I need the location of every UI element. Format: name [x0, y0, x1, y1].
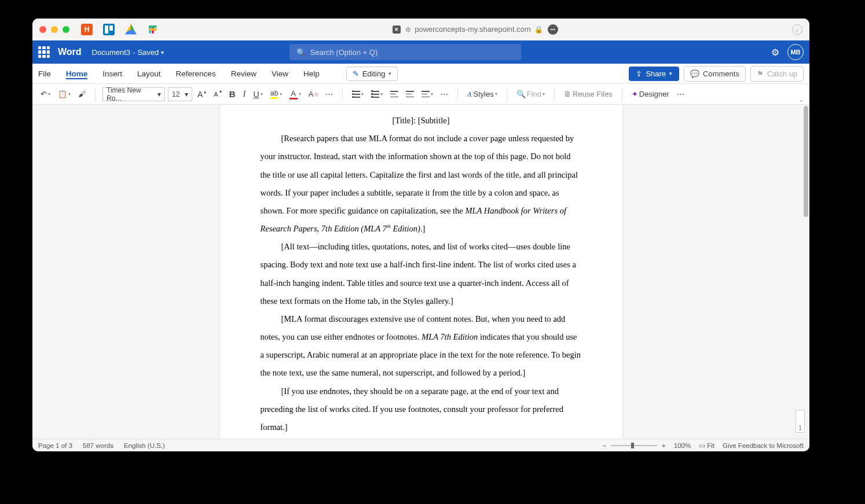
document-title[interactable]: Document3 - Saved ▾	[92, 48, 164, 57]
tab-layout[interactable]: Layout	[137, 68, 161, 79]
comments-button[interactable]: 💬 Comments	[684, 66, 746, 82]
app-name: Word	[58, 47, 82, 57]
collapse-ribbon-icon[interactable]: ⌄	[799, 97, 804, 103]
doc-title-line: [Title]: [Subtitle]	[261, 112, 582, 130]
styles-button[interactable]: 𝐴 Styles▾	[465, 88, 499, 101]
feedback-link[interactable]: Give Feedback to Microsoft	[723, 442, 804, 449]
styles-icon: 𝐴	[467, 90, 472, 99]
site-info-icon: ⊕	[405, 25, 411, 34]
bold-button[interactable]: B	[227, 87, 238, 101]
share-button[interactable]: ⇪ Share ▾	[629, 67, 679, 81]
address-bar[interactable]: ✕ ⊕ powerconcepts-my.sharepoint.com 🔒 ••…	[163, 24, 787, 35]
catch-up-button[interactable]: ⚑ Catch up	[750, 66, 804, 82]
doc-paragraph: [If you use endnotes, they should be on …	[261, 382, 582, 437]
settings-icon[interactable]: ⚙	[771, 47, 779, 58]
downloads-icon[interactable]: ↓	[792, 24, 802, 35]
highlight-button[interactable]: ab▾	[268, 87, 284, 101]
zoom-level[interactable]: 100%	[674, 442, 691, 449]
font-size-select[interactable]: 12▾	[168, 87, 192, 101]
font-color-button[interactable]: A▾	[287, 87, 303, 101]
document-canvas: [Title]: [Subtitle] [Research papers tha…	[32, 105, 809, 439]
reuse-files-button[interactable]: 🗎 Reuse Files	[562, 88, 615, 100]
tab-file[interactable]: File	[38, 68, 51, 79]
italic-button[interactable]: I	[241, 87, 248, 101]
share-icon: ⇪	[636, 69, 642, 78]
grow-font-button[interactable]: A▴	[195, 88, 208, 101]
search-input[interactable]: 🔍 Search (Option + Q)	[289, 44, 521, 60]
pen-icon: ✎	[353, 69, 359, 78]
chevron-down-icon: ▾	[669, 71, 672, 76]
site-menu-icon[interactable]: •••	[548, 24, 558, 35]
increase-indent-button[interactable]	[404, 89, 416, 99]
doc-paragraph: [MLA format discourages extensive use of…	[261, 310, 582, 382]
tab-home[interactable]: Home	[66, 68, 88, 79]
find-button[interactable]: 🔍 Find▾	[514, 88, 547, 100]
designer-icon: ✦	[632, 90, 638, 98]
number-list-button[interactable]: ▾	[369, 89, 385, 100]
user-avatar[interactable]: MB	[787, 44, 804, 60]
chevron-down-icon: ▾	[388, 71, 391, 76]
browser-chrome: H ✕ ⊕ powerconcepts-my.sharepoint.com 🔒 …	[32, 19, 809, 41]
window-controls	[39, 26, 69, 33]
ribbon-tabs: File Home Insert Layout References Revie…	[32, 64, 809, 84]
ribbon-toolbar: ↶▾ 📋▾ 🖌 Times New Ro…▾ 12▾ A▴ A▾ B I U▾ …	[32, 84, 809, 105]
font-family-select[interactable]: Times New Ro…▾	[102, 87, 165, 101]
extension-trello-icon[interactable]	[103, 24, 115, 35]
doc-paragraph: [Research papers that use MLA format do …	[261, 130, 582, 238]
file-icon: 🗎	[564, 90, 571, 98]
align-button[interactable]: ▾	[419, 89, 435, 99]
zoom-in-icon[interactable]: +	[662, 442, 666, 449]
close-window[interactable]	[39, 26, 46, 33]
search-icon: 🔍	[516, 90, 526, 98]
scrollbar-thumb[interactable]	[804, 106, 808, 217]
word-count[interactable]: 587 words	[83, 442, 113, 449]
zoom-out-icon[interactable]: −	[602, 442, 606, 449]
bullet-list-button[interactable]: ▾	[350, 89, 366, 100]
underline-button[interactable]: U▾	[251, 88, 265, 101]
fit-button[interactable]: ▭Fit	[699, 442, 714, 450]
designer-button[interactable]: ✦ Designer	[629, 88, 672, 100]
tab-review[interactable]: Review	[231, 68, 256, 79]
comment-icon: 💬	[690, 69, 699, 78]
doc-paragraph: [All text—including titles, quotations, …	[261, 238, 582, 310]
minimize-window[interactable]	[51, 26, 58, 33]
decrease-indent-button[interactable]	[388, 89, 401, 99]
shrink-font-button[interactable]: A▾	[211, 89, 223, 100]
more-font-button[interactable]: ⋯	[323, 88, 335, 100]
extension-drive-icon[interactable]	[125, 24, 137, 35]
tab-help[interactable]: Help	[303, 68, 320, 79]
paste-button[interactable]: 📋▾	[56, 88, 73, 100]
extension-h-icon[interactable]: H	[81, 24, 93, 35]
url-text: powerconcepts-my.sharepoint.com	[415, 25, 531, 34]
clear-formatting-button[interactable]: A◇	[306, 88, 321, 100]
browser-extensions: H	[81, 24, 159, 35]
app-header: Word Document3 - Saved ▾ 🔍 Search (Optio…	[32, 41, 809, 64]
page-count[interactable]: Page 1 of 3	[38, 442, 72, 449]
language-status[interactable]: English (U.S.)	[124, 442, 165, 449]
maximize-window[interactable]	[63, 26, 69, 33]
extension-slack-icon[interactable]	[147, 24, 159, 35]
undo-button[interactable]: ↶▾	[38, 88, 53, 100]
lock-icon: 🔒	[534, 25, 543, 34]
page-indicator: 1	[796, 410, 805, 433]
search-icon: 🔍	[296, 48, 306, 57]
reader-x-icon[interactable]: ✕	[393, 25, 401, 34]
tab-insert[interactable]: Insert	[102, 68, 122, 79]
chevron-down-icon: ▾	[161, 49, 164, 56]
app-window: H ✕ ⊕ powerconcepts-my.sharepoint.com 🔒 …	[32, 19, 809, 451]
flag-icon: ⚑	[757, 69, 764, 78]
fit-icon: ▭	[699, 442, 705, 450]
status-bar: Page 1 of 3 587 words English (U.S.) − +…	[32, 439, 809, 451]
more-commands-button[interactable]: ⋯	[675, 88, 687, 100]
zoom-slider[interactable]: − +	[602, 442, 665, 449]
format-painter-button[interactable]: 🖌	[76, 88, 88, 100]
tab-references[interactable]: References	[176, 68, 216, 79]
document-page[interactable]: [Title]: [Subtitle] [Research papers tha…	[220, 105, 622, 439]
editing-mode-button[interactable]: ✎ Editing ▾	[346, 67, 398, 81]
more-paragraph-button[interactable]: ⋯	[438, 88, 450, 100]
app-launcher-icon[interactable]	[38, 46, 50, 58]
tab-view[interactable]: View	[272, 68, 288, 79]
